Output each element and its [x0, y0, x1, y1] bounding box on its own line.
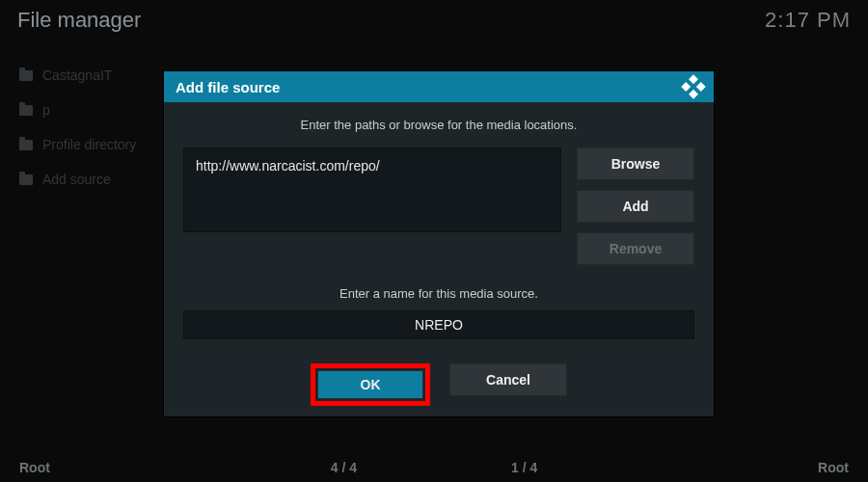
- sidebar-item-label: Add source: [42, 172, 111, 187]
- browse-button[interactable]: Browse: [577, 147, 694, 180]
- page-title: File manager: [17, 8, 141, 33]
- dialog-titlebar: Add file source: [164, 71, 714, 102]
- bottombar-pos-left: 4 / 4: [331, 460, 357, 475]
- path-input-value: http://www.narcacist.com/repo/: [196, 158, 380, 174]
- cancel-button[interactable]: Cancel: [449, 363, 567, 396]
- ok-highlight: OK: [311, 363, 430, 406]
- folder-icon: [19, 105, 33, 116]
- paths-row: http://www.narcacist.com/repo/ Browse Ad…: [183, 147, 694, 265]
- add-button[interactable]: Add: [577, 190, 694, 223]
- path-input[interactable]: http://www.narcacist.com/repo/: [183, 147, 561, 232]
- path-buttons: Browse Add Remove: [577, 147, 694, 265]
- topbar: File manager 2:17 PM: [0, 0, 868, 52]
- bottombar: Root 4 / 4 1 / 4 Root: [0, 453, 868, 482]
- dialog-body: Enter the paths or browse for the media …: [164, 102, 714, 421]
- sidebar-item-label: Profile directory: [42, 137, 136, 152]
- folder-icon: [19, 174, 33, 185]
- paths-hint: Enter the paths or browse for the media …: [183, 118, 694, 132]
- bottombar-label-right: Root: [818, 460, 849, 475]
- add-file-source-dialog: Add file source Enter the paths or brows…: [164, 71, 714, 416]
- source-name-input[interactable]: NREPO: [183, 310, 694, 339]
- clock: 2:17 PM: [765, 8, 851, 33]
- bottombar-label-left: Root: [19, 460, 50, 475]
- dialog-title: Add file source: [176, 79, 280, 95]
- sidebar-item-label: p: [42, 102, 50, 118]
- folder-icon: [19, 140, 33, 150]
- sidebar-item-label: CastagnaIT: [42, 67, 112, 83]
- dialog-actions: OK Cancel: [183, 363, 694, 406]
- name-hint: Enter a name for this media source.: [183, 286, 694, 301]
- folder-icon: [19, 70, 33, 81]
- kodi-logo-icon: [681, 74, 705, 98]
- bottombar-pos-right: 1 / 4: [511, 460, 537, 475]
- remove-button: Remove: [577, 232, 694, 265]
- source-name-value: NREPO: [415, 317, 463, 333]
- ok-button[interactable]: OK: [317, 370, 423, 399]
